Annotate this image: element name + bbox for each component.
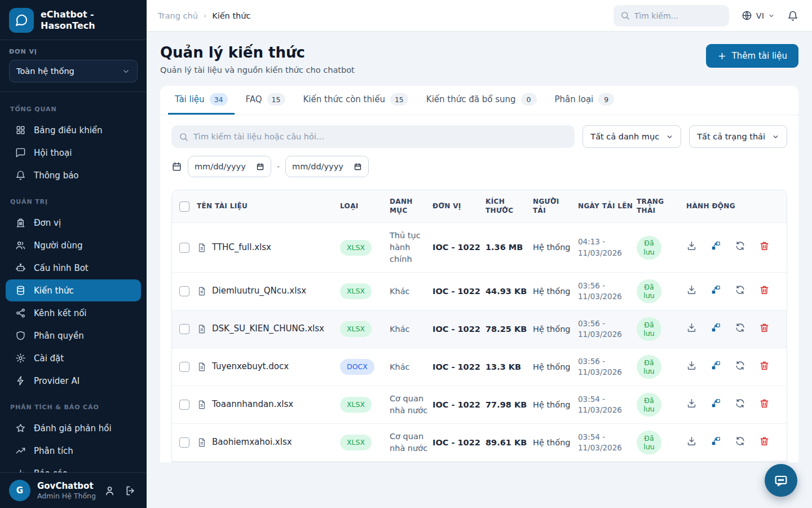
row-checkbox[interactable] [179,286,189,296]
sidebar-item-bar-chart[interactable]: Báo cáo [6,462,141,472]
sidebar-item-lightning[interactable]: Provider AI [6,370,141,392]
column-header: NGÀY TẢI LÊN [578,195,637,218]
sidebar-item-dashboard[interactable]: Bảng điều khiển [6,119,141,141]
plus-icon [717,51,727,61]
refresh-icon[interactable] [735,436,745,450]
chat-widget-button[interactable] [765,464,797,497]
row-checkbox[interactable] [179,243,189,253]
file-type-badge: XLSX [340,240,372,256]
download-icon[interactable] [686,322,697,336]
add-document-button[interactable]: Thêm tài liệu [706,44,798,68]
table-row: Tuyenxebuyt.docxDOCXKhácIOC - 102213.3 K… [172,348,787,386]
table-row: Toaannhandan.xlsxXLSXCơ quan nhà nướcIOC… [172,386,787,424]
select-all-checkbox[interactable] [179,202,189,212]
bell-icon [15,170,26,181]
language-value: VI [756,11,764,20]
row-checkbox[interactable] [179,362,189,372]
sidebar-item-bell[interactable]: Thông báo [6,164,141,186]
trend-icon [15,445,26,456]
move-category-icon[interactable] [710,360,721,374]
move-category-icon[interactable] [710,284,721,299]
sidebar-item-gear[interactable]: Cài đặt [6,347,141,369]
move-category-icon[interactable] [710,322,721,336]
sidebar-item-shield[interactable]: Phân quyền [6,325,141,347]
tab-2[interactable]: Kiến thức còn thiếu15 [297,86,415,115]
date-from-input[interactable]: mm/dd/yyyy [188,156,271,177]
document-search[interactable] [171,125,575,148]
tabs: Tài liệu34FAQ15Kiến thức còn thiếu15Kiến… [160,86,798,115]
document-name[interactable]: Tuyenxebuyt.docx [197,354,340,380]
sidebar-item-star[interactable]: Đánh giá phản hồi [6,417,141,439]
document-name[interactable]: DSK_SU_KIEN_CHUNG.xlsx [197,316,340,342]
topbar: Trang chủ › Kiến thức VI [147,0,812,32]
file-type-badge: XLSX [340,397,372,413]
search-icon [620,11,630,20]
row-checkbox[interactable] [179,437,189,448]
chevron-down-icon [772,133,779,141]
global-search-input[interactable] [634,11,713,20]
document-name[interactable]: TTHC_full.xlsx [197,235,340,261]
category-filter-select[interactable]: Tất cả danh mục [582,125,681,148]
download-icon[interactable] [686,398,697,412]
refresh-icon[interactable] [735,284,745,299]
sidebar-item-database[interactable]: Kiến thức [6,279,141,301]
sidebar-item-share[interactable]: Kênh kết nối [6,302,141,324]
delete-icon[interactable] [759,322,770,336]
brand: eChatbot - HasonTech [0,0,147,40]
document-search-input[interactable] [193,132,567,141]
calendar-icon[interactable] [354,163,362,171]
download-icon[interactable] [686,360,697,374]
tab-1[interactable]: FAQ15 [239,86,292,115]
refresh-icon[interactable] [735,322,745,336]
lightning-icon [15,375,26,386]
row-checkbox[interactable] [179,400,189,410]
unit-select[interactable]: Toàn hệ thống [9,60,138,82]
document-name[interactable]: Toaannhandan.xlsx [197,392,340,418]
avatar: G [9,480,30,501]
calendar-icon[interactable] [256,163,264,171]
language-switcher[interactable]: VI [742,10,775,21]
download-icon[interactable] [686,240,697,255]
shield-icon [15,330,26,341]
sidebar-item-chat[interactable]: Hội thoại [6,142,141,164]
sidebar-item-users[interactable]: Người dùng [6,234,141,256]
status-filter-value: Tất cả trạng thái [697,132,765,141]
database-icon [15,285,26,296]
delete-icon[interactable] [759,436,770,450]
sidebar-item-trend[interactable]: Phân tích [6,440,141,462]
delete-icon[interactable] [759,284,770,299]
document-name[interactable]: Diemluutru_QNcu.xlsx [197,278,340,304]
refresh-icon[interactable] [735,360,745,374]
user-name: GovChatbot [37,481,96,492]
logout-icon[interactable] [123,484,138,498]
tab-4[interactable]: Phân loại9 [548,86,621,115]
refresh-icon[interactable] [735,398,745,412]
app-root: eChatbot - HasonTech ĐƠN VỊ Toàn hệ thốn… [0,0,812,508]
status-filter-select[interactable]: Tất cả trạng thái [689,125,787,148]
move-category-icon[interactable] [710,436,721,450]
move-category-icon[interactable] [710,240,721,255]
sidebar-item-bot[interactable]: Cấu hình Bot [6,257,141,279]
document-name[interactable]: Baohiemxahoi.xlsx [197,430,340,456]
delete-icon[interactable] [759,398,770,412]
delete-icon[interactable] [759,360,770,374]
notifications-bell-icon[interactable] [787,10,798,21]
profile-icon[interactable] [103,484,117,498]
breadcrumb-home[interactable]: Trang chủ [158,11,198,20]
delete-icon[interactable] [759,240,770,255]
date-range-separator: - [277,162,280,171]
status-badge: Đã lưu [637,355,661,379]
document-upload-date: 04:13 - 11/03/2026 [578,230,637,265]
date-to-input[interactable]: mm/dd/yyyy [285,156,369,177]
refresh-icon[interactable] [735,240,745,255]
tab-3[interactable]: Kiến thức đã bổ sung0 [420,86,544,115]
move-category-icon[interactable] [710,398,721,412]
row-actions [686,429,787,457]
sidebar-item-building[interactable]: Đơn vị [6,212,141,234]
tab-0[interactable]: Tài liệu34 [168,86,235,115]
download-icon[interactable] [686,436,697,450]
download-icon[interactable] [686,284,697,299]
row-checkbox[interactable] [179,324,189,334]
global-search[interactable] [614,5,729,27]
column-header: ĐƠN VỊ [433,195,486,218]
